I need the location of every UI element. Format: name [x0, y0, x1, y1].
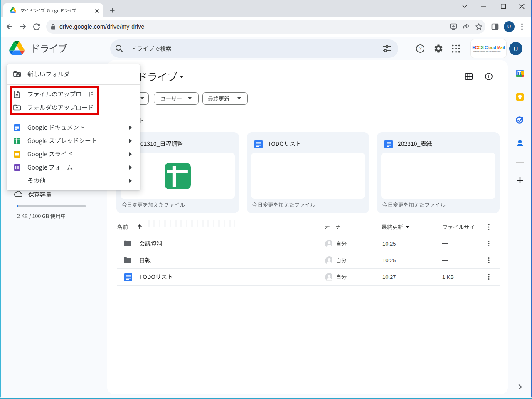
svg-text:?: ? [419, 46, 422, 52]
svg-text:31: 31 [517, 71, 522, 76]
